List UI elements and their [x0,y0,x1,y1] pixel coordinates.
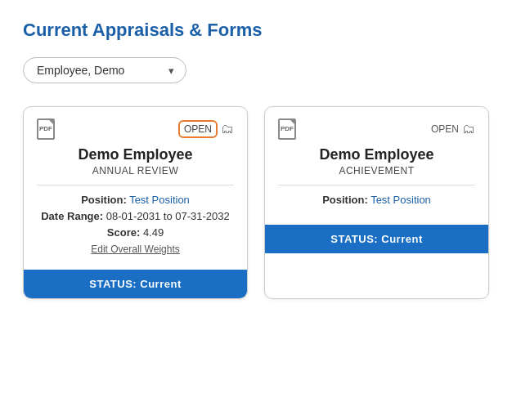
position-link-2[interactable]: Test Position [371,194,431,206]
position-info-1: Position: Test Position [37,194,234,206]
page-title: Current Appraisals & Forms [23,20,489,41]
open-button-2[interactable]: OPEN [431,123,459,135]
review-type-1: ANNUAL REVIEW [37,165,234,176]
score-info-1: Score: 4.49 [37,226,234,239]
dropdown-value: Employee, Demo [37,64,124,77]
date-range-label-1: Date Range: [41,210,103,222]
employee-dropdown[interactable]: Employee, Demo ▾ [23,57,186,83]
folder-icon-1[interactable]: 🗂 [221,122,234,136]
date-range-value-1: 08-01-2031 to 07-31-2032 [106,210,230,222]
cards-container: PDF OPEN 🗂 Demo Employee ANNUAL REVIEW P… [23,106,489,299]
pdf-icon-2: PDF [278,118,296,140]
employee-name-1: Demo Employee [37,146,234,163]
employee-name-2: Demo Employee [278,146,475,163]
status-badge-2: STATUS: Current [265,225,488,253]
edit-weights-link-1[interactable]: Edit Overall Weights [37,244,234,255]
position-label-1: Position: [81,194,127,206]
status-badge-1: STATUS: Current [24,270,247,298]
position-label-2: Position: [322,194,368,206]
review-type-2: ACHIEVEMENT [278,165,475,176]
appraisal-card-1: PDF OPEN 🗂 Demo Employee ANNUAL REVIEW P… [23,106,248,299]
position-link-1[interactable]: Test Position [129,194,190,206]
appraisal-card-2: PDF OPEN 🗂 Demo Employee ACHIEVEMENT Pos… [264,106,489,299]
chevron-down-icon: ▾ [168,65,174,77]
date-range-info-1: Date Range: 08-01-2031 to 07-31-2032 [37,210,234,222]
score-label-1: Score: [107,226,140,239]
pdf-icon: PDF [37,118,55,140]
position-info-2: Position: Test Position [278,194,475,206]
score-value-1: 4.49 [143,226,164,239]
open-button-1[interactable]: OPEN [178,120,218,138]
folder-icon-2[interactable]: 🗂 [462,122,475,136]
